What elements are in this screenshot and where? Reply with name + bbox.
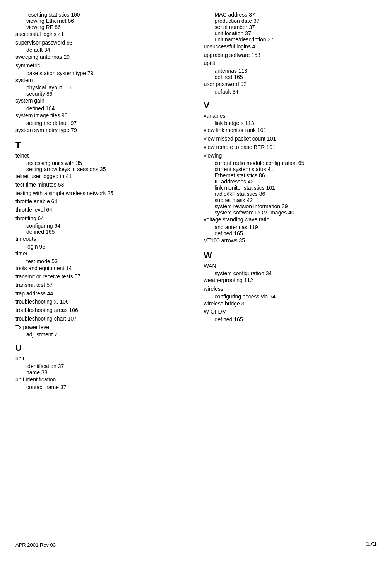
section-letter: V xyxy=(204,100,377,110)
index-entry-sub: antennas 118 xyxy=(204,68,377,74)
index-entry-main: VT100 arrows 35 xyxy=(204,237,377,245)
index-entry-main: throttle level 64 xyxy=(15,206,188,214)
index-entry-sub: adjustment 76 xyxy=(15,331,188,338)
index-entry-sub: defined 165 xyxy=(204,74,377,80)
index-entry-main: symmetric xyxy=(15,62,188,70)
index-entry-main: unit identification xyxy=(15,376,188,384)
index-entry-sub: IP addresses 42 xyxy=(204,178,377,185)
index-entry-main: W-OFDM xyxy=(204,308,377,316)
index-entry-sub: unit location 37 xyxy=(204,30,377,36)
index-entry-main: transmit test 57 xyxy=(15,281,188,290)
index-entry-main: system symmetry type 79 xyxy=(15,126,188,135)
page: resetting statistics 100viewing Ethernet… xyxy=(0,0,392,571)
index-entry-main: tools and equipment 14 xyxy=(15,264,188,273)
index-entry-sub: setting arrow keys in sessions 35 xyxy=(15,166,188,172)
index-entry-main: throttling 64 xyxy=(15,214,188,223)
index-entry-sub: system software ROM images 40 xyxy=(204,209,377,216)
index-entry-main: telnet user logged in 41 xyxy=(15,172,188,181)
index-entry-main: system xyxy=(15,76,188,85)
index-entry-main: troubleshooting chart 107 xyxy=(15,315,188,323)
index-entry-main: wireless bridge 3 xyxy=(204,300,377,308)
index-entry-sub: identification 37 xyxy=(15,363,188,369)
index-entry-main: WAN xyxy=(204,262,377,271)
index-entry-sub: resetting statistics 100 xyxy=(15,12,188,18)
index-entry-sub: system configuration 34 xyxy=(204,270,377,276)
index-entry-main: system gain xyxy=(15,97,188,105)
index-entry-sub: subnet mask 42 xyxy=(204,197,377,203)
index-entry-sub: and antennas 119 xyxy=(204,224,377,230)
index-entry-sub: defined 165 xyxy=(204,230,377,237)
index-entry-main: throttle enable 64 xyxy=(15,197,188,206)
footer: APR 2001 Rev 03 173 xyxy=(15,538,377,548)
index-entry-sub: serial number 37 xyxy=(204,24,377,30)
index-entry-sub: accessing units with 35 xyxy=(15,160,188,166)
index-entry-main: view missed packet count 101 xyxy=(204,135,377,143)
index-entry-sub: link monitor statistics 101 xyxy=(204,185,377,191)
index-entry-main: test time minutes 53 xyxy=(15,181,188,189)
index-entry-sub: system revision information 39 xyxy=(204,203,377,209)
index-entry-sub: name 38 xyxy=(15,369,188,376)
index-entry-sub: configuring 64 xyxy=(15,223,188,229)
index-entry-main: voltage standing wave ratio xyxy=(204,216,377,224)
index-entry-sub: production date 37 xyxy=(204,18,377,24)
index-entry-sub: security 89 xyxy=(15,91,188,97)
index-entry-sub: default 34 xyxy=(204,89,377,95)
index-entry-sub: defined 165 xyxy=(15,229,188,235)
index-columns: resetting statistics 100viewing Ethernet… xyxy=(15,12,377,530)
section-letter: T xyxy=(15,140,188,150)
index-entry-main: variables xyxy=(204,112,377,120)
index-entry-sub: setting the default 97 xyxy=(15,120,188,126)
index-entry-sub: configuring access via 94 xyxy=(204,293,377,300)
index-entry-main: successful logins 41 xyxy=(15,30,188,39)
section-letter: U xyxy=(15,343,188,353)
index-entry-main: troubleshooting areas 106 xyxy=(15,306,188,315)
index-entry-main: view link monitor rank 101 xyxy=(204,126,377,135)
index-entry-sub: contact name 37 xyxy=(15,384,188,390)
index-entry-sub: base station system type 79 xyxy=(15,70,188,76)
index-entry-main: Tx power level xyxy=(15,323,188,332)
right-column: MAC address 37production date 37serial n… xyxy=(196,12,377,530)
index-entry-sub: default 34 xyxy=(15,47,188,53)
footer-right: 173 xyxy=(366,541,377,548)
index-entry-main: timer xyxy=(15,250,188,258)
index-entry-sub: viewing Ethernet 86 xyxy=(15,18,188,24)
index-entry-main: unsuccessful logins 41 xyxy=(204,43,377,51)
index-entry-sub: unit name/description 37 xyxy=(204,36,377,43)
index-entry-sub: current radio module configuration 65 xyxy=(204,160,377,166)
index-entry-sub: radio/RF statistics 86 xyxy=(204,191,377,197)
index-entry-sub: current system status 41 xyxy=(204,166,377,172)
index-entry-sub: viewing RF 86 xyxy=(15,24,188,30)
index-entry-main: view remote to base BER 101 xyxy=(204,143,377,152)
index-entry-main: trap address 44 xyxy=(15,290,188,298)
index-entry-main: wireless xyxy=(204,285,377,293)
index-entry-sub: Ethernet statistics 86 xyxy=(204,172,377,178)
index-entry-main: sweeping antennas 29 xyxy=(15,53,188,62)
index-entry-sub: defined 164 xyxy=(15,105,188,111)
index-entry-main: supervisor password 93 xyxy=(15,39,188,47)
left-column: resetting statistics 100viewing Ethernet… xyxy=(15,12,196,530)
index-entry-sub: login 95 xyxy=(15,243,188,250)
index-entry-main: timeouts xyxy=(15,235,188,243)
index-entry-sub: MAC address 37 xyxy=(204,12,377,18)
section-letter: W xyxy=(204,250,377,261)
index-entry-main: viewing xyxy=(204,152,377,160)
index-entry-main: unit xyxy=(15,355,188,363)
index-entry-main: transmit or receive tests 57 xyxy=(15,273,188,281)
index-entry-main: uptilt xyxy=(204,59,377,68)
index-entry-sub: test mode 53 xyxy=(15,258,188,264)
index-entry-main: upgrading software 153 xyxy=(204,51,377,60)
index-entry-main: testing with a simple wireless network 2… xyxy=(15,189,188,198)
index-entry-main: telnet xyxy=(15,152,188,160)
index-entry-sub: link budgets 113 xyxy=(204,120,377,126)
index-entry-sub: physical layout 111 xyxy=(15,84,188,91)
index-entry-main: weatherproofing 112 xyxy=(204,276,377,285)
footer-left: APR 2001 Rev 03 xyxy=(15,542,56,548)
index-entry-main: troubleshooting x, 106 xyxy=(15,298,188,306)
index-entry-main: system image files 96 xyxy=(15,111,188,120)
index-entry-sub: defined 165 xyxy=(204,316,377,322)
index-entry-main: user password 92 xyxy=(204,80,377,89)
